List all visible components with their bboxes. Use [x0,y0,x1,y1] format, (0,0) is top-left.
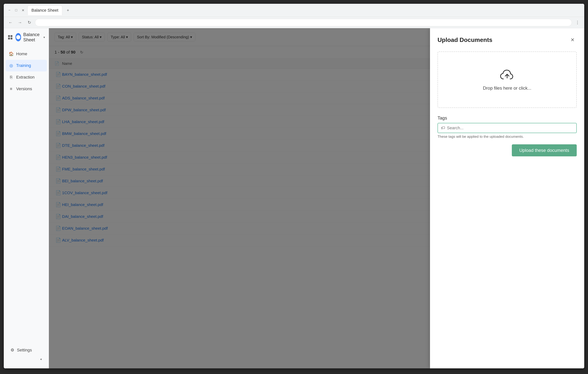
back-button[interactable]: ← [7,19,14,26]
sidebar-item-training[interactable]: ◎ Training [6,60,47,71]
browser-menu-button[interactable]: ⋮ [574,19,581,26]
browser-titlebar: − □ ✕ Balance Sheet + [4,4,584,17]
browser-controls: − □ ✕ [7,8,26,13]
tags-input-wrapper[interactable]: 🏷 [438,123,577,133]
minimize-button[interactable]: − [7,8,12,13]
drop-zone[interactable]: Drop files here or click... [438,51,577,108]
app-grid-icon[interactable] [8,33,13,41]
app-container: Balance Sheet ▾ 🏠 Home ◎ Training ⎘ Extr… [4,28,584,368]
sidebar-header: Balance Sheet ▾ [4,32,49,48]
sidebar-item-versions-label: Versions [16,86,32,91]
forward-button[interactable]: → [16,19,24,26]
versions-icon: ≡ [9,86,13,91]
sidebar-item-home-label: Home [16,51,27,56]
svg-point-0 [18,36,19,38]
settings-item[interactable]: ⚙ Settings [8,345,45,356]
close-browser-button[interactable]: ✕ [20,8,26,13]
training-icon: ◎ [9,63,13,68]
sidebar-item-versions[interactable]: ≡ Versions [6,83,47,95]
title-dropdown[interactable]: Balance Sheet ▾ [23,32,45,42]
address-bar[interactable] [35,19,572,26]
modal-overlay[interactable]: Upload Documents ✕ Drop files here [49,28,584,368]
sidebar-item-training-label: Training [16,63,31,68]
nav-items: 🏠 Home ◎ Training ⎘ Extraction ≡ Version… [4,48,49,341]
collapse-sidebar-button[interactable]: « [8,356,45,361]
app-logo [15,33,21,41]
tag-icon: 🏷 [441,126,445,131]
maximize-button[interactable]: □ [13,8,19,13]
extraction-icon: ⎘ [9,75,13,80]
tags-hint: These tags will be applied to the upload… [438,135,577,139]
sidebar-item-home[interactable]: 🏠 Home [6,48,47,60]
upload-documents-modal: Upload Documents ✕ Drop files here [430,28,584,368]
upload-documents-button[interactable]: Upload these documents [512,144,577,156]
reload-button[interactable]: ↻ [26,19,33,26]
tags-search-input[interactable] [447,126,573,131]
modal-close-button[interactable]: ✕ [568,36,577,44]
collapse-icon: « [40,357,42,361]
new-tab-button[interactable]: + [64,7,72,14]
tags-label: Tags [438,115,577,121]
main-content: Tag: All ▾ Status: All ▾ Type: All ▾ Sor… [49,28,584,368]
title-chevron-icon: ▾ [43,36,45,39]
sidebar-footer: ⚙ Settings « [4,341,49,364]
drop-text: Drop files here or click... [483,86,531,91]
settings-label: Settings [17,348,32,353]
modal-title: Upload Documents [438,36,493,43]
tags-section: Tags 🏷 These tags will be applied to the… [438,115,577,139]
settings-icon: ⚙ [10,348,14,353]
sidebar-item-extraction-label: Extraction [16,75,35,80]
home-icon: 🏠 [9,51,13,56]
upload-cloud-icon [500,69,515,82]
app-title-text: Balance Sheet [23,32,42,42]
browser-toolbar: ← → ↻ ⋮ [4,17,584,28]
sidebar-item-extraction[interactable]: ⎘ Extraction [6,71,47,83]
browser-tab[interactable]: Balance Sheet [27,5,62,15]
tab-title: Balance Sheet [32,8,58,13]
sidebar: Balance Sheet ▾ 🏠 Home ◎ Training ⎘ Extr… [4,28,49,368]
modal-header: Upload Documents ✕ [438,36,577,44]
